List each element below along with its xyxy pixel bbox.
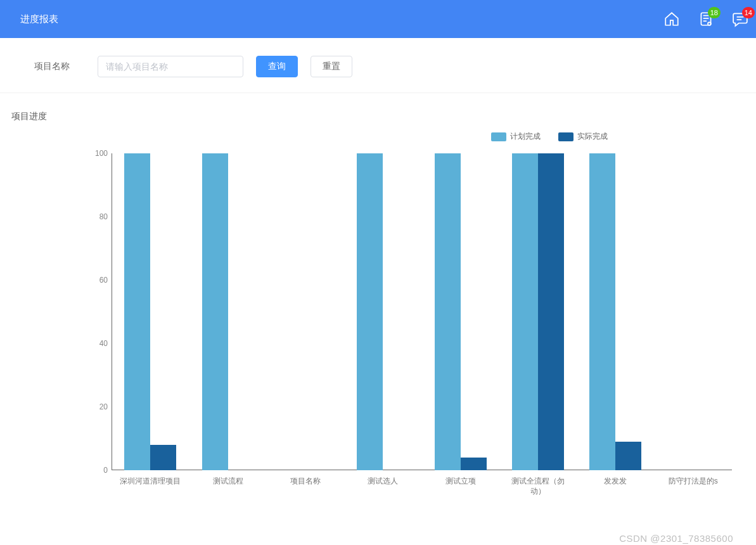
watermark: CSDN @2301_78385600 xyxy=(619,533,733,544)
bar-actual[interactable] xyxy=(150,445,176,470)
bar-group xyxy=(202,153,254,470)
y-tick: 40 xyxy=(99,339,108,348)
bar-actual[interactable] xyxy=(538,153,564,470)
home-icon[interactable] xyxy=(663,11,680,27)
y-axis-line xyxy=(112,153,112,470)
legend-plan[interactable]: 计划完成 xyxy=(491,131,541,142)
legend-plan-swatch xyxy=(491,132,506,141)
bar-plan[interactable] xyxy=(435,153,461,470)
page-body: 项目名称 查询 重置 项目进度 计划完成 实际完成 020406080100 深… xyxy=(0,38,756,545)
x-label: 测试全流程（勿动） xyxy=(506,477,570,496)
x-label: 深圳河道清理项目 xyxy=(119,477,182,487)
legend-actual-label: 实际完成 xyxy=(577,131,608,142)
legend-plan-label: 计划完成 xyxy=(510,131,541,142)
y-tick: 20 xyxy=(99,402,108,411)
chart-area: 020406080100 深圳河道清理项目测试流程项目名称测试选人测试立项测试全… xyxy=(11,153,745,508)
x-label: 测试流程 xyxy=(196,477,260,487)
section-title: 项目进度 xyxy=(0,93,756,129)
bar-group xyxy=(124,153,176,470)
bar-group xyxy=(357,153,409,470)
topbar-actions: 18 14 xyxy=(663,11,756,27)
search-bar: 项目名称 查询 重置 xyxy=(0,38,756,93)
x-label: 发发发 xyxy=(584,477,647,487)
x-label: 测试选人 xyxy=(351,477,414,487)
chat-badge: 14 xyxy=(742,7,755,18)
y-tick: 100 xyxy=(95,149,108,158)
bar-plan[interactable] xyxy=(589,153,615,470)
search-label: 项目名称 xyxy=(34,61,70,72)
x-label: 项目名称 xyxy=(274,477,337,487)
y-tick: 0 xyxy=(103,466,108,475)
query-button[interactable]: 查询 xyxy=(256,56,298,77)
chart-container: 计划完成 实际完成 020406080100 深圳河道清理项目测试流程项目名称测… xyxy=(0,131,756,526)
report-badge: 18 xyxy=(708,7,721,18)
chat-icon[interactable]: 14 xyxy=(732,11,748,27)
bar-group xyxy=(512,153,564,470)
legend-actual-swatch xyxy=(558,132,573,141)
y-axis: 020406080100 xyxy=(93,153,112,470)
bar-group xyxy=(435,153,487,470)
bar-actual[interactable] xyxy=(461,458,487,470)
page-title: 进度报表 xyxy=(20,13,58,25)
bar-actual[interactable] xyxy=(615,442,641,470)
x-label: 测试立项 xyxy=(429,477,492,487)
y-tick: 80 xyxy=(99,212,108,221)
chart-plot: 020406080100 深圳河道清理项目测试流程项目名称测试选人测试立项测试全… xyxy=(112,153,732,470)
report-icon[interactable]: 18 xyxy=(698,11,714,27)
reset-button[interactable]: 重置 xyxy=(311,56,352,77)
legend-actual[interactable]: 实际完成 xyxy=(558,131,608,142)
project-name-input[interactable] xyxy=(98,56,243,77)
y-tick: 60 xyxy=(99,276,108,285)
bar-plan[interactable] xyxy=(357,153,383,470)
top-bar: 进度报表 18 14 xyxy=(0,0,756,38)
bar-plan[interactable] xyxy=(202,153,228,470)
chart-legend: 计划完成 实际完成 xyxy=(11,131,745,142)
bar-plan[interactable] xyxy=(512,153,538,470)
bar-group xyxy=(589,153,641,470)
x-label: 防守打法是的s xyxy=(662,477,725,487)
bar-plan[interactable] xyxy=(124,153,150,470)
svg-point-4 xyxy=(708,22,711,25)
